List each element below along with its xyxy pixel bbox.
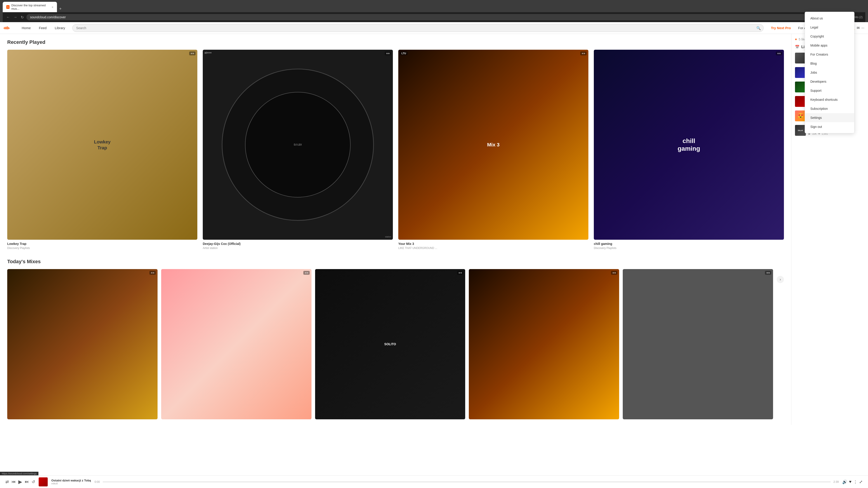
soundcloud-badge-mix3: ≋≋ [580, 52, 587, 55]
menu-item-settings[interactable]: Settings [805, 113, 854, 122]
main-nav: Home Feed Library [18, 24, 69, 32]
svg-rect-4 [6, 27, 7, 29]
card-subtitle-chill: Discovery Playlists [594, 247, 784, 250]
menu-item-mobile-apps[interactable]: Mobile apps [805, 41, 854, 50]
card-subtitle-deejay: Artist station [203, 247, 393, 250]
todays-mixes-section: Today's Mixes ≋≋ ≋≋ [7, 259, 784, 419]
lowkey-trap-art-text: LowkeyTrap [92, 137, 112, 153]
card-art-chill: ≋≋ chillgaming [594, 50, 784, 240]
nav-feed[interactable]: Feed [35, 24, 50, 32]
forward-button[interactable]: → [13, 14, 18, 20]
track-art-wavey: 😍 [795, 110, 806, 121]
card-art-mix3: ≋≋ LTU Mix 3 [398, 50, 588, 240]
ltu-label: LTU [400, 52, 408, 55]
content-area: Recently Played ≋≋ LowkeyTrap Lowkey Tra… [0, 34, 791, 425]
card-lowkey-trap[interactable]: ≋≋ LowkeyTrap Lowkey Trap Discovery Play… [7, 50, 197, 250]
mix-card-5[interactable]: ≋≋ [623, 269, 773, 419]
soundcloud-badge: ≋≋ [189, 52, 195, 55]
dj-label: DJ LEX [294, 143, 302, 146]
recently-played-title: Recently Played [7, 39, 784, 45]
dj-inner: DJ LEX [245, 92, 350, 197]
mix-card-3[interactable]: ≋≋ SOLITO [315, 269, 465, 419]
refresh-button[interactable]: ↻ [20, 14, 25, 20]
mix-art-4: ≋≋ [469, 269, 619, 419]
next-mixes-button[interactable]: › [777, 276, 784, 283]
history-icon: 📅 [795, 45, 800, 49]
menu-item-subscription[interactable]: Subscription [805, 104, 854, 113]
sc-header: Home Feed Library 🔍 Try Next Pro For Art… [0, 22, 868, 34]
sc-badge-mix4: ≋≋ [611, 271, 617, 275]
track-art-purge [795, 53, 806, 64]
search-input[interactable] [72, 24, 764, 32]
card-art-lowkey: ≋≋ LowkeyTrap [7, 50, 197, 240]
mix-card-4[interactable]: ≋≋ [469, 269, 619, 419]
solito-label: SOLITO [384, 342, 396, 346]
tab-title: Discover the top streamed mus... [11, 4, 50, 10]
menu-item-copyright[interactable]: Copyright [805, 32, 854, 41]
sc-logo[interactable] [4, 26, 13, 31]
card-subtitle-lowkey: Discovery Playlists [7, 247, 197, 250]
track-art-mikoll [795, 96, 806, 107]
today-section: ≋≋ ≋≋ ≋≋ SOLITO [7, 269, 784, 419]
svg-rect-2 [5, 27, 5, 29]
menu-item-developers[interactable]: Developers [805, 77, 854, 86]
menu-item-jobs[interactable]: Jobs [805, 68, 854, 77]
sc-badge-mix5: ≋≋ [765, 271, 771, 275]
today-grid-wrap: ≋≋ ≋≋ ≋≋ SOLITO [7, 269, 773, 419]
nav-home[interactable]: Home [18, 24, 34, 32]
sc-badge-mix1: ≋≋ [149, 271, 156, 275]
browser-address-bar: ← → ↻ ☆ ⬇ Incognito (2) [3, 12, 865, 22]
svg-rect-7 [8, 27, 9, 29]
soundcloud-badge-chill: ≋≋ [776, 52, 782, 55]
wavey-emoji: 😍 [798, 113, 804, 119]
soundcloud-badge-deejay: ≋≋ [385, 52, 391, 55]
card-your-mix-3[interactable]: ≋≋ LTU Mix 3 Your Mix 3 LIKE THAT UNDERG… [398, 50, 588, 250]
track-art-djlex: DiLeX [795, 125, 806, 136]
svg-rect-6 [8, 27, 8, 29]
mix-card-2[interactable]: ≋≋ [161, 269, 311, 419]
tab-close-button[interactable]: × [52, 5, 53, 9]
card-title-mix3: Your Mix 3 [398, 242, 588, 246]
mix-card-1[interactable]: ≋≋ [7, 269, 158, 419]
menu-item-about-us[interactable]: About us [805, 14, 854, 23]
recently-played-section: Recently Played ≋≋ LowkeyTrap Lowkey Tra… [7, 39, 784, 250]
main-content: Recently Played ≋≋ LowkeyTrap Lowkey Tra… [0, 34, 868, 425]
mixes-grid: ≋≋ ≋≋ ≋≋ SOLITO [7, 269, 773, 419]
try-next-pro-button[interactable]: Try Next Pro [767, 24, 794, 32]
new-tab-button[interactable]: + [57, 6, 64, 12]
mix-art-1: ≋≋ [7, 269, 158, 419]
card-chill-gaming[interactable]: ≋≋ chillgaming chill gaming Discovery Pl… [594, 50, 784, 250]
search-bar: 🔍 [72, 24, 764, 32]
mix-art-5: ≋≋ [623, 269, 773, 419]
menu-item-blog[interactable]: Blog [805, 59, 854, 68]
search-icon: 🔍 [756, 26, 761, 30]
heart-icon: ♥ [795, 37, 797, 41]
djlex-art-text: DiLeX [798, 129, 803, 131]
track-art-karol [795, 67, 806, 78]
svg-rect-3 [6, 27, 6, 29]
svg-rect-1 [4, 27, 5, 29]
menu-item-sign-out[interactable]: Sign out [805, 122, 854, 131]
mix-art-3: ≋≋ SOLITO [315, 269, 465, 419]
menu-item-support[interactable]: Support [805, 86, 854, 95]
svg-rect-8 [9, 28, 9, 29]
menu-item-legal[interactable]: Legal [805, 23, 854, 32]
mail-button[interactable]: ✉ [857, 26, 860, 30]
svg-rect-5 [7, 26, 7, 29]
soundcloud-logo-svg [4, 26, 13, 31]
svg-rect-0 [4, 28, 4, 29]
menu-item-for-creators[interactable]: For Creators [805, 50, 854, 59]
more-button[interactable]: ··· [862, 26, 864, 30]
menu-item-keyboard-shortcuts[interactable]: Keyboard shortcuts [805, 95, 854, 104]
address-input[interactable] [26, 14, 836, 20]
nav-library[interactable]: Library [51, 24, 69, 32]
track-art-nektar [795, 82, 806, 92]
sc-badge-mix2: ≋≋ [303, 271, 310, 275]
back-button[interactable]: ← [5, 14, 11, 20]
card-deejay-gijs[interactable]: ≋≋ DJ LEX station gijscox Deejay-Gijs Co… [203, 50, 393, 250]
card-title-chill: chill gaming [594, 242, 784, 246]
recently-played-grid: ≋≋ LowkeyTrap Lowkey Trap Discovery Play… [7, 50, 784, 250]
mix3-art-text: Mix 3 [487, 142, 500, 148]
active-tab[interactable]: S Discover the top streamed mus... × [3, 2, 57, 12]
card-art-deejay: ≋≋ DJ LEX station gijscox [203, 50, 393, 240]
